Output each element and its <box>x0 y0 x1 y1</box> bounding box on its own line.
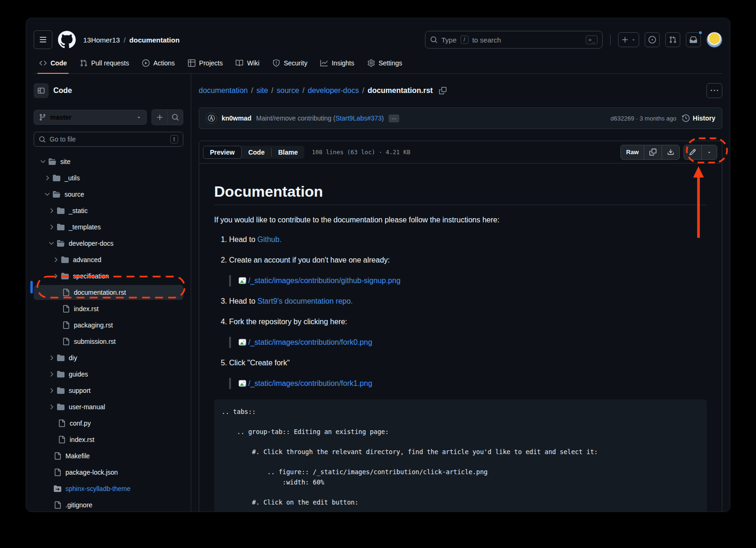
image-link[interactable]: /_static/images/contribution/fork1.png <box>248 378 372 389</box>
github-logo-icon[interactable] <box>58 31 76 49</box>
go-to-file-input[interactable]: Go to file t <box>34 132 183 147</box>
tab-code[interactable]: Code <box>242 146 271 158</box>
tree-item-label: developer-docs <box>69 240 114 247</box>
tree-item-label: Makefile <box>65 452 90 460</box>
instruction-list: Head to Github.Create an account if you … <box>214 234 707 389</box>
raw-button[interactable]: Raw <box>621 145 644 159</box>
image-link[interactable]: /_static/images/contribution/fork0.png <box>248 337 372 348</box>
tab-label: Security <box>284 59 308 67</box>
tree-item-_templates[interactable]: _templates <box>34 220 183 235</box>
file-options-button[interactable] <box>706 83 722 98</box>
kebab-icon <box>711 87 718 94</box>
git-pull-request-icon <box>80 59 87 67</box>
tree-item-sphinx-scylladb-theme[interactable]: sphinx-scylladb-theme <box>34 481 183 496</box>
folder-open-icon <box>53 191 60 198</box>
file-tree: site_utilssource_static_templatesdevelop… <box>34 154 183 512</box>
history-button[interactable]: History <box>682 114 715 122</box>
breadcrumb-repo-link[interactable]: documentation <box>199 86 248 95</box>
main-content: documentation / site / source / develope… <box>191 74 730 512</box>
tab-label: Actions <box>153 59 175 67</box>
create-new-button[interactable] <box>618 32 639 47</box>
commit-sha-and-time[interactable]: d632269 · 3 months ago <box>611 115 677 122</box>
tab-blame[interactable]: Blame <box>272 146 304 158</box>
new-file-button[interactable] <box>152 110 167 125</box>
tree-item-label: support <box>69 387 91 394</box>
tree-item-index.rst[interactable]: index.rst <box>34 432 183 447</box>
active-file-indicator <box>30 281 33 293</box>
breadcrumb-developer-docs-link[interactable]: developer-docs <box>308 86 359 95</box>
edit-file-button[interactable] <box>684 145 701 159</box>
tree-item-label: index.rst <box>74 305 99 313</box>
image-blockquote: /_static/images/contribution/github-sign… <box>229 275 707 286</box>
search-input[interactable]: Type / to search >_ <box>425 31 603 49</box>
user-avatar[interactable] <box>706 32 722 48</box>
tab-preview[interactable]: Preview <box>203 146 242 159</box>
repo-name-link[interactable]: documentation <box>130 36 180 44</box>
tree-item-user-manual[interactable]: user-manual <box>34 399 183 414</box>
tree-item-_utils[interactable]: _utils <box>34 171 183 185</box>
tree-item-site[interactable]: site <box>34 154 183 169</box>
tree-item-diy[interactable]: diy <box>34 350 183 365</box>
copy-path-button[interactable] <box>439 87 446 94</box>
image-link[interactable]: /_static/images/contribution/github-sign… <box>248 275 401 286</box>
tree-item-source[interactable]: source <box>34 187 183 202</box>
collapse-sidebar-button[interactable] <box>34 83 49 98</box>
expand-commit-message-button[interactable]: … <box>389 114 399 122</box>
download-button[interactable] <box>662 145 679 159</box>
tree-item-guides[interactable]: guides <box>34 367 183 382</box>
file-icon <box>54 501 61 509</box>
tab-security[interactable]: Security <box>268 56 312 73</box>
tree-item-Makefile[interactable]: Makefile <box>34 448 183 463</box>
commit-message: Maint/remove contributing (Start9Labs#37… <box>256 114 384 122</box>
tree-item-.gitignore[interactable]: .gitignore <box>34 498 183 512</box>
chevron-down-icon <box>48 240 55 247</box>
pull-requests-button[interactable] <box>665 32 680 47</box>
submodule-icon <box>54 485 61 492</box>
branch-selector[interactable]: master <box>34 110 147 125</box>
tab-actions[interactable]: Actions <box>137 56 180 73</box>
tree-item-label: conf.py <box>70 420 91 427</box>
tree-item-submission.rst[interactable]: submission.rst <box>34 334 183 349</box>
file-breadcrumb: documentation / site / source / develope… <box>199 83 722 98</box>
tree-item-index.rst[interactable]: index.rst <box>34 301 183 316</box>
tree-item-developer-docs[interactable]: developer-docs <box>34 236 183 251</box>
doc-inline-link[interactable]: Start9's documentation repo. <box>257 297 353 305</box>
commit-author-avatar[interactable]: Ⓐ <box>206 113 217 124</box>
tree-item-package-lock.json[interactable]: package-lock.json <box>34 465 183 480</box>
doc-list-text: Head to Start9's documentation repo. <box>229 296 707 307</box>
commit-author[interactable]: kn0wmad <box>222 114 252 122</box>
tree-item-documentation.rst[interactable]: documentation.rst <box>34 285 183 300</box>
panel-title: Code <box>53 86 72 95</box>
tab-settings[interactable]: Settings <box>363 56 407 73</box>
clock-history-icon <box>682 114 690 122</box>
tab-insights[interactable]: Insights <box>316 56 359 73</box>
tree-item-conf.py[interactable]: conf.py <box>34 416 183 431</box>
breadcrumb-site-link[interactable]: site <box>256 86 268 95</box>
edit-dropdown-button[interactable] <box>701 145 717 159</box>
command-palette-icon[interactable]: >_ <box>586 36 598 44</box>
tab-projects[interactable]: Projects <box>183 56 228 73</box>
issues-button[interactable] <box>645 32 660 47</box>
search-tree-button[interactable] <box>167 110 183 125</box>
tree-item-advanced[interactable]: advanced <box>34 252 183 267</box>
repo-owner-link[interactable]: 13Homer13 <box>83 36 120 44</box>
repo-nav: Code Pull requests Actions Projects Wiki… <box>34 56 722 74</box>
tree-item-support[interactable]: support <box>34 383 183 398</box>
tab-wiki[interactable]: Wiki <box>231 56 264 73</box>
hamburger-menu-button[interactable] <box>34 30 52 49</box>
folder-icon <box>61 272 69 280</box>
book-icon <box>236 59 243 67</box>
copy-file-button[interactable] <box>644 145 662 159</box>
tab-code[interactable]: Code <box>35 56 72 73</box>
pr-link[interactable]: Start9Labs#373 <box>335 114 382 122</box>
tab-pull-requests[interactable]: Pull requests <box>75 56 134 73</box>
tree-item-packaging.rst[interactable]: packaging.rst <box>34 318 183 333</box>
breadcrumb-source-link[interactable]: source <box>277 86 299 95</box>
notification-dot <box>698 30 703 35</box>
tree-item-_static[interactable]: _static <box>34 203 183 218</box>
file-icon <box>62 305 70 313</box>
chevron-right-icon <box>48 207 55 214</box>
tree-item-specification[interactable]: specification <box>34 269 183 284</box>
tree-item-label: source <box>65 191 84 198</box>
doc-inline-link[interactable]: Github. <box>257 235 281 243</box>
